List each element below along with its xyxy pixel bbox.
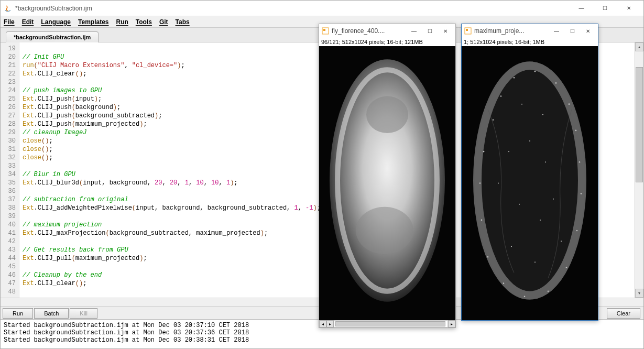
editor-vscroll[interactable]: ▴ ▾: [635, 42, 643, 298]
scroll-up-icon[interactable]: ▴: [635, 42, 643, 51]
svg-rect-1: [323, 29, 325, 31]
svg-point-23: [548, 290, 549, 292]
menu-language[interactable]: Language: [41, 18, 71, 26]
svg-point-32: [545, 161, 546, 162]
run-button[interactable]: Run: [3, 308, 33, 319]
svg-point-20: [581, 193, 582, 194]
svg-point-17: [569, 103, 570, 105]
svg-point-21: [576, 230, 578, 232]
close-button[interactable]: ✕: [617, 1, 640, 16]
image2-minimize[interactable]: —: [549, 25, 564, 37]
menu-run[interactable]: Run: [116, 18, 128, 26]
svg-point-18: [575, 130, 577, 132]
menu-templates[interactable]: Templates: [78, 18, 108, 26]
svg-point-16: [555, 82, 557, 84]
svg-point-30: [508, 151, 509, 152]
batch-button[interactable]: Batch: [34, 308, 69, 319]
svg-point-12: [493, 119, 494, 121]
svg-point-25: [503, 282, 505, 284]
line-gutter: 1920212223242526272829303132333435363738…: [1, 42, 19, 298]
svg-point-35: [511, 246, 512, 247]
svg-point-14: [514, 77, 515, 79]
svg-point-19: [579, 161, 581, 163]
menu-tabs[interactable]: Tabs: [176, 18, 190, 26]
svg-point-38: [561, 241, 562, 242]
kill-button[interactable]: Kill: [70, 308, 97, 319]
svg-point-34: [540, 220, 541, 221]
svg-point-13: [500, 95, 502, 97]
svg-point-29: [483, 151, 485, 152]
imagej-icon: [321, 27, 330, 35]
svg-point-24: [524, 296, 526, 297]
image1-titlebar[interactable]: fly_florence_400.... — ☐ ✕: [319, 24, 455, 38]
menu-edit[interactable]: Edit: [22, 18, 34, 26]
image1-title: fly_florence_400....: [332, 27, 406, 35]
menu-tools[interactable]: Tools: [136, 18, 152, 26]
svg-point-22: [566, 267, 567, 268]
svg-point-5: [366, 96, 408, 133]
scroll-down-icon[interactable]: ▾: [635, 289, 643, 298]
image1-canvas[interactable]: [319, 46, 455, 320]
svg-point-15: [534, 71, 536, 72]
maximize-button[interactable]: ☐: [593, 1, 617, 16]
image1-minimize[interactable]: —: [406, 25, 422, 37]
svg-point-31: [529, 140, 530, 141]
slice-next-icon[interactable]: ▸: [326, 320, 334, 328]
image2-close[interactable]: ✕: [580, 25, 596, 37]
image2-canvas[interactable]: [462, 46, 598, 320]
clear-button[interactable]: Clear: [607, 308, 640, 319]
image2-title: maximum_proje...: [474, 27, 549, 35]
slice-thumb[interactable]: [335, 321, 445, 326]
imagej-icon: [464, 27, 472, 35]
main-title: *backgroundSubtraction.ijm: [15, 5, 570, 12]
image1-close[interactable]: ✕: [438, 25, 453, 37]
image1-slice-scroll[interactable]: ◂ ▸ ▸: [319, 320, 455, 328]
slice-end-icon[interactable]: ▸: [448, 320, 455, 328]
image-window-fly[interactable]: fly_florence_400.... — ☐ ✕ 96/121; 512x1…: [319, 24, 456, 328]
image1-maximize[interactable]: ☐: [422, 25, 438, 37]
image2-info: 1; 512x1024 pixels; 16-bit; 1MB: [462, 38, 598, 46]
image1-info: 96/121; 512x1024 pixels; 16-bit; 121MB: [319, 38, 455, 46]
main-titlebar[interactable]: *backgroundSubtraction.ijm — ☐ ✕: [1, 1, 643, 16]
svg-point-3: [330, 59, 445, 302]
java-icon: [4, 4, 12, 13]
svg-point-28: [479, 182, 481, 184]
svg-point-37: [498, 182, 499, 183]
svg-point-40: [521, 104, 522, 105]
menu-file[interactable]: File: [4, 18, 15, 26]
menu-git[interactable]: Git: [159, 18, 168, 26]
tab-script[interactable]: *backgroundSubtraction.ijm: [6, 31, 99, 42]
svg-point-27: [481, 220, 483, 221]
svg-point-6: [356, 207, 413, 255]
scroll-thumb[interactable]: [636, 67, 643, 182]
svg-rect-8: [466, 29, 468, 31]
slice-prev-icon[interactable]: ◂: [319, 320, 326, 328]
image2-titlebar[interactable]: maximum_proje... — ☐ ✕: [462, 24, 598, 38]
svg-point-33: [519, 204, 520, 205]
minimize-button[interactable]: —: [570, 1, 593, 16]
svg-point-41: [542, 114, 543, 115]
svg-point-36: [553, 199, 554, 200]
image2-maximize[interactable]: ☐: [564, 25, 580, 37]
svg-point-39: [534, 261, 536, 263]
image-window-maxproj[interactable]: maximum_proje... — ☐ ✕ 1; 512x1024 pixel…: [461, 24, 598, 321]
svg-point-26: [487, 256, 489, 258]
